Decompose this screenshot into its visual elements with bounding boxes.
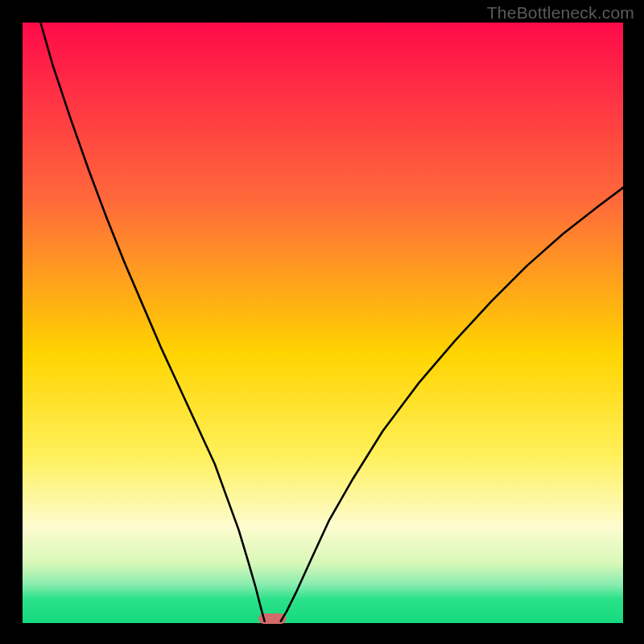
watermark-text: TheBottleneck.com bbox=[487, 3, 634, 23]
bottleneck-chart bbox=[0, 0, 644, 644]
chart-svg bbox=[0, 0, 644, 644]
